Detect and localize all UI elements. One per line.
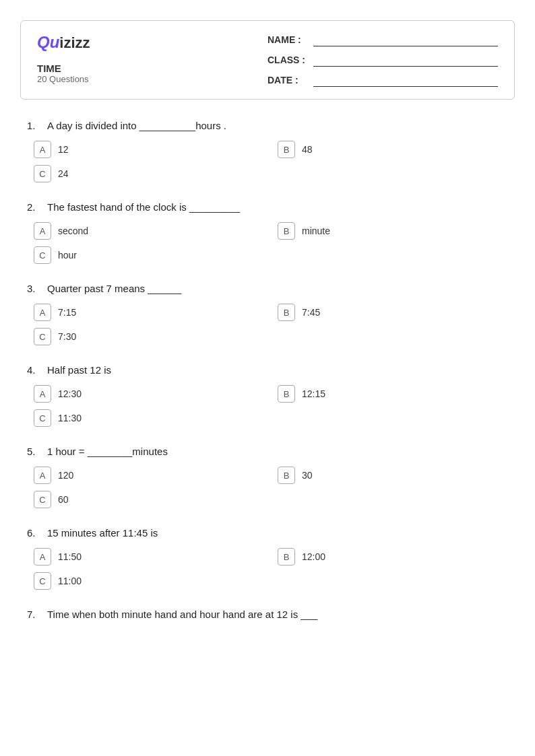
- option-badge-6-B: B: [278, 548, 295, 565]
- option-badge-5-B: B: [278, 467, 295, 484]
- option-text-3-B: 7:45: [302, 307, 320, 318]
- option-badge-6-C: C: [34, 572, 51, 590]
- question-text-7: 7.Time when both minute hand and hour ha…: [27, 609, 508, 620]
- option-badge-4-B: B: [278, 385, 295, 403]
- option-text-1-C: 24: [58, 168, 69, 179]
- option-6-C: C11:00: [34, 572, 264, 590]
- options-grid-1: A12B48C24: [27, 141, 508, 182]
- option-badge-2-C: C: [34, 246, 51, 264]
- question-block-3: 3.Quarter past 7 means ______A7:15B7:45C…: [27, 283, 508, 345]
- option-text-3-C: 7:30: [58, 331, 76, 342]
- questions-container: 1.A day is divided into __________hours …: [20, 120, 515, 620]
- question-number-7: 7.: [27, 609, 40, 620]
- header-left: Quizizz TIME 20 Questions: [37, 33, 268, 84]
- option-badge-2-B: B: [278, 222, 295, 240]
- options-grid-5: A120B30C60: [27, 467, 508, 508]
- option-text-2-B: minute: [302, 226, 330, 236]
- question-text-5: 5.1 hour = ________minutes: [27, 446, 508, 457]
- option-5-A: A120: [34, 467, 264, 484]
- option-2-B: Bminute: [278, 222, 508, 240]
- question-body-1: A day is divided into __________hours .: [47, 120, 226, 131]
- option-text-6-C: 11:00: [58, 576, 82, 586]
- options-grid-4: A12:30B12:15C11:30: [27, 385, 508, 427]
- option-badge-1-B: B: [278, 141, 295, 158]
- quiz-subtitle: 20 Questions: [37, 74, 268, 84]
- option-text-5-B: 30: [302, 470, 313, 481]
- question-number-3: 3.: [27, 283, 40, 294]
- option-3-C: C7:30: [34, 328, 264, 345]
- question-block-5: 5.1 hour = ________minutesA120B30C60: [27, 446, 508, 508]
- option-text-1-A: 12: [58, 144, 69, 155]
- option-4-A: A12:30: [34, 385, 264, 403]
- option-5-B: B30: [278, 467, 508, 484]
- option-text-4-A: 12:30: [58, 388, 82, 399]
- question-body-3: Quarter past 7 means ______: [47, 283, 181, 294]
- option-text-3-A: 7:15: [58, 307, 76, 318]
- question-text-6: 6.15 minutes after 11:45 is: [27, 527, 508, 539]
- option-5-C: C60: [34, 491, 264, 508]
- field-class-row: CLASS :: [268, 53, 498, 67]
- logo-q: Qu: [37, 33, 59, 51]
- option-1-C: C24: [34, 165, 264, 182]
- option-badge-5-A: A: [34, 467, 51, 484]
- field-date-row: DATE :: [268, 73, 498, 87]
- field-name-row: NAME :: [268, 33, 498, 46]
- option-badge-4-A: A: [34, 385, 51, 403]
- field-date-label: DATE :: [268, 75, 308, 85]
- option-badge-3-C: C: [34, 328, 51, 345]
- quiz-title: TIME: [37, 63, 268, 74]
- logo-text: Quizizz: [37, 33, 90, 52]
- question-number-4: 4.: [27, 364, 40, 376]
- field-class-label: CLASS :: [268, 55, 308, 65]
- option-text-5-A: 120: [58, 470, 73, 481]
- option-1-B: B48: [278, 141, 508, 158]
- question-number-5: 5.: [27, 446, 40, 457]
- option-2-C: Chour: [34, 246, 264, 264]
- option-badge-3-B: B: [278, 304, 295, 321]
- field-name-line: [313, 33, 498, 46]
- question-text-3: 3.Quarter past 7 means ______: [27, 283, 508, 294]
- option-3-B: B7:45: [278, 304, 508, 321]
- header-box: Quizizz TIME 20 Questions NAME : CLASS :…: [20, 20, 515, 100]
- option-badge-4-C: C: [34, 409, 51, 427]
- question-body-5: 1 hour = ________minutes: [47, 446, 168, 457]
- question-text-1: 1.A day is divided into __________hours …: [27, 120, 508, 131]
- option-text-2-A: second: [58, 226, 88, 236]
- option-badge-1-C: C: [34, 165, 51, 182]
- question-block-6: 6.15 minutes after 11:45 isA11:50B12:00C…: [27, 527, 508, 590]
- field-class-line: [313, 53, 498, 67]
- option-text-1-B: 48: [302, 144, 313, 155]
- option-4-B: B12:15: [278, 385, 508, 403]
- question-number-6: 6.: [27, 527, 40, 539]
- option-text-5-C: 60: [58, 494, 69, 505]
- option-badge-3-A: A: [34, 304, 51, 321]
- header-right: NAME : CLASS : DATE :: [268, 33, 498, 87]
- options-grid-3: A7:15B7:45C7:30: [27, 304, 508, 345]
- option-badge-5-C: C: [34, 491, 51, 508]
- option-text-6-A: 11:50: [58, 551, 82, 562]
- option-2-A: Asecond: [34, 222, 264, 240]
- options-grid-6: A11:50B12:00C11:00: [27, 548, 508, 590]
- question-block-1: 1.A day is divided into __________hours …: [27, 120, 508, 182]
- question-body-2: The fastest hand of the clock is _______…: [47, 201, 240, 213]
- options-grid-2: AsecondBminuteChour: [27, 222, 508, 264]
- option-1-A: A12: [34, 141, 264, 158]
- option-badge-6-A: A: [34, 548, 51, 565]
- question-block-4: 4.Half past 12 isA12:30B12:15C11:30: [27, 364, 508, 427]
- question-block-2: 2.The fastest hand of the clock is _____…: [27, 201, 508, 264]
- option-text-6-B: 12:00: [302, 551, 325, 562]
- field-name-label: NAME :: [268, 34, 308, 45]
- question-body-4: Half past 12 is: [47, 364, 111, 376]
- option-badge-1-A: A: [34, 141, 51, 158]
- option-text-4-C: 11:30: [58, 413, 82, 423]
- question-block-7: 7.Time when both minute hand and hour ha…: [27, 609, 508, 620]
- option-text-2-C: hour: [58, 250, 77, 261]
- question-text-2: 2.The fastest hand of the clock is _____…: [27, 201, 508, 213]
- question-number-1: 1.: [27, 120, 40, 131]
- question-body-7: Time when both minute hand and hour hand…: [47, 609, 317, 620]
- option-badge-2-A: A: [34, 222, 51, 240]
- logo: Quizizz: [37, 33, 268, 52]
- field-date-line: [313, 73, 498, 87]
- question-text-4: 4.Half past 12 is: [27, 364, 508, 376]
- option-6-A: A11:50: [34, 548, 264, 565]
